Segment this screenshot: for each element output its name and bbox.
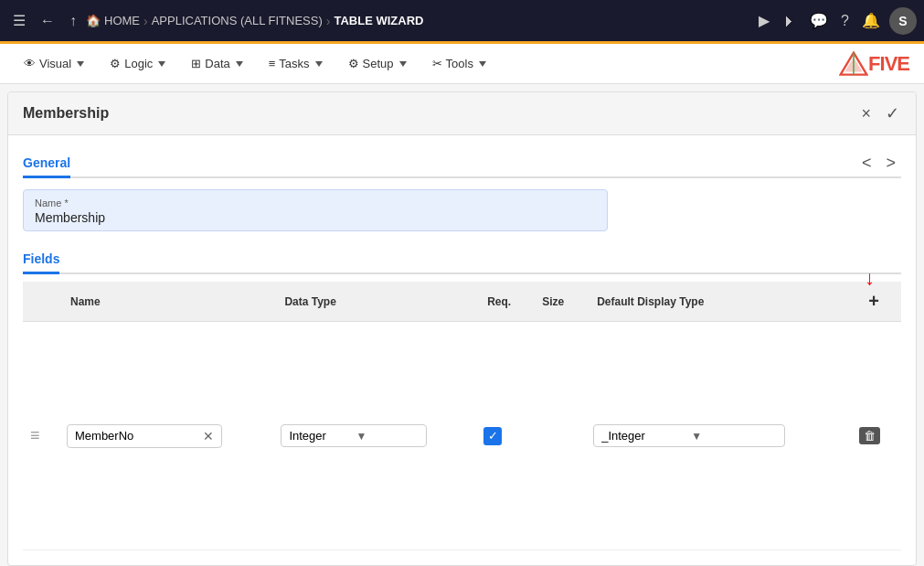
data-icon: ⊞ bbox=[191, 57, 201, 70]
panel-title: Membership bbox=[23, 105, 109, 122]
panel-header: Membership × ✓ bbox=[8, 92, 916, 135]
general-tab-section: General < > Name * Membership bbox=[23, 150, 901, 231]
logic-icon: ⚙ bbox=[110, 57, 121, 70]
req-checkbox[interactable]: ✓ bbox=[483, 427, 502, 445]
display-type-cell: _Integer ▼ bbox=[586, 322, 846, 550]
tab-prev-button[interactable]: < bbox=[856, 152, 877, 175]
avatar[interactable]: S bbox=[889, 7, 917, 35]
col-drag bbox=[23, 282, 59, 322]
field-name-text-input[interactable] bbox=[75, 429, 199, 443]
tab-next-button[interactable]: > bbox=[880, 152, 901, 175]
panel-header-actions: × ✓ bbox=[859, 101, 901, 125]
breadcrumb-separator-2: › bbox=[326, 14, 331, 28]
five-logo-container: FIVE bbox=[839, 51, 909, 77]
delete-cell: 🗑 bbox=[846, 322, 901, 550]
col-add-header: + ↑ bbox=[846, 282, 901, 322]
col-display-type-header: Default Display Type bbox=[586, 282, 846, 322]
chat-icon[interactable]: 💬 bbox=[806, 8, 832, 33]
fields-section: Fields Name Data Type bbox=[23, 246, 901, 550]
toolbar-tasks-label: Tasks bbox=[279, 57, 309, 70]
data-dropdown-icon bbox=[236, 61, 243, 67]
add-field-button[interactable]: + bbox=[863, 289, 885, 314]
name-field-label: Name * bbox=[35, 198, 596, 208]
five-logo-text: FIVE bbox=[868, 52, 909, 76]
tab-fields[interactable]: Fields bbox=[23, 246, 59, 274]
table-header-row: Name Data Type Req. Size bbox=[23, 282, 901, 322]
bell-icon[interactable]: 🔔 bbox=[858, 8, 884, 33]
menu-icon[interactable]: ☰ bbox=[7, 8, 31, 33]
size-cell bbox=[531, 322, 586, 550]
toolbar-tools[interactable]: ✂ Tools bbox=[423, 51, 495, 76]
five-logo-icon bbox=[839, 51, 868, 77]
delete-icon: 🗑 bbox=[859, 427, 880, 444]
toolbar-data[interactable]: ⊞ Data bbox=[182, 51, 251, 76]
col-size-header: Size bbox=[531, 282, 586, 322]
toolbar-setup[interactable]: ⚙ Setup bbox=[339, 51, 416, 76]
data-type-cell: Integer ▼ bbox=[273, 322, 476, 550]
nav-right-icons: ▶ ⏵ 💬 ? 🔔 S bbox=[755, 7, 917, 35]
panel-body: General < > Name * Membership Fields bbox=[8, 135, 916, 565]
breadcrumb-table-wizard-label: TABLE WIZARD bbox=[334, 14, 423, 27]
general-tab-header: General < > bbox=[23, 150, 901, 178]
breadcrumb-separator-1: › bbox=[143, 14, 148, 28]
breadcrumb-home-label: HOME bbox=[104, 14, 140, 27]
name-field: Name * Membership bbox=[23, 189, 608, 231]
drag-handle-icon[interactable]: ≡ bbox=[30, 426, 40, 444]
tab-nav-arrows: < > bbox=[856, 152, 901, 175]
tools-dropdown-icon bbox=[479, 61, 486, 67]
data-type-select[interactable]: Integer ▼ bbox=[281, 424, 427, 447]
logic-dropdown-icon bbox=[158, 61, 165, 67]
toolbar-tools-label: Tools bbox=[446, 57, 473, 70]
toolbar-visual-label: Visual bbox=[39, 57, 71, 70]
breadcrumb-home[interactable]: 🏠 HOME bbox=[86, 14, 140, 27]
breadcrumb: 🏠 HOME › APPLICATIONS (ALL FITNESS) › TA… bbox=[86, 14, 751, 28]
secondary-toolbar: 👁 Visual ⚙ Logic ⊞ Data ≡ Tasks ⚙ Setup … bbox=[0, 44, 924, 84]
tools-icon: ✂ bbox=[432, 57, 442, 70]
panel: Membership × ✓ General < > Name * M bbox=[7, 91, 917, 566]
display-type-select[interactable]: _Integer ▼ bbox=[593, 424, 785, 447]
display-type-value: _Integer bbox=[601, 429, 687, 443]
breadcrumb-table-wizard[interactable]: TABLE WIZARD bbox=[334, 14, 423, 27]
setup-icon: ⚙ bbox=[348, 57, 359, 70]
toolbar-setup-label: Setup bbox=[363, 57, 394, 70]
display-type-dropdown-icon: ▼ bbox=[691, 430, 777, 443]
visual-dropdown-icon bbox=[77, 61, 84, 67]
eye-icon: 👁 bbox=[24, 57, 36, 70]
fields-table: Name Data Type Req. Size bbox=[23, 282, 901, 550]
table-row: ≡ ✕ Integer ▼ bbox=[23, 322, 901, 550]
add-button-container: + ↑ bbox=[863, 289, 885, 314]
toolbar-tasks[interactable]: ≡ Tasks bbox=[260, 51, 332, 76]
data-type-value: Integer bbox=[289, 429, 352, 443]
req-cell: ✓ bbox=[476, 322, 531, 550]
col-datatype-header: Data Type bbox=[273, 282, 476, 322]
back-icon[interactable]: ← bbox=[35, 9, 60, 33]
toolbar-logic[interactable]: ⚙ Logic bbox=[101, 51, 175, 76]
up-icon[interactable]: ↑ bbox=[64, 9, 82, 33]
tab-general[interactable]: General bbox=[23, 150, 70, 178]
field-name-cell: ✕ bbox=[59, 322, 273, 550]
toolbar-logic-label: Logic bbox=[124, 57, 153, 70]
tasks-dropdown-icon bbox=[315, 61, 323, 67]
col-req-header: Req. bbox=[476, 282, 531, 322]
breadcrumb-applications-label: APPLICATIONS (ALL FITNESS) bbox=[152, 14, 323, 27]
main-content: Membership × ✓ General < > Name * M bbox=[0, 84, 924, 566]
setup-dropdown-icon bbox=[399, 61, 407, 67]
panel-confirm-button[interactable]: ✓ bbox=[884, 101, 901, 125]
name-field-value[interactable]: Membership bbox=[35, 210, 596, 225]
help-icon[interactable]: ? bbox=[837, 9, 853, 33]
top-navigation: ☰ ← ↑ 🏠 HOME › APPLICATIONS (ALL FITNESS… bbox=[0, 0, 924, 44]
breadcrumb-applications[interactable]: APPLICATIONS (ALL FITNESS) bbox=[152, 14, 323, 27]
play-circle-icon[interactable]: ⏵ bbox=[779, 9, 801, 33]
drag-handle-cell: ≡ bbox=[23, 322, 59, 550]
home-icon: 🏠 bbox=[86, 14, 101, 27]
toolbar-visual[interactable]: 👁 Visual bbox=[15, 51, 93, 76]
tasks-icon: ≡ bbox=[269, 57, 276, 70]
field-name-clear-icon[interactable]: ✕ bbox=[203, 429, 214, 443]
col-name-header: Name bbox=[59, 282, 273, 322]
delete-field-button[interactable]: 🗑 bbox=[854, 425, 886, 446]
field-name-input[interactable]: ✕ bbox=[67, 424, 222, 448]
panel-close-button[interactable]: × bbox=[859, 102, 873, 125]
fields-tab-header: Fields bbox=[23, 246, 901, 274]
play-icon[interactable]: ▶ bbox=[755, 8, 773, 33]
data-type-dropdown-icon: ▼ bbox=[356, 430, 419, 443]
